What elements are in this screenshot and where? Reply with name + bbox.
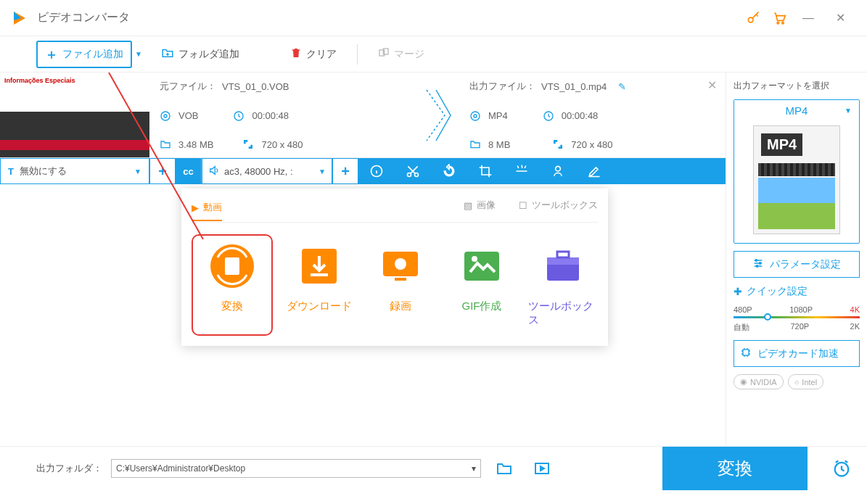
add-file-button[interactable]: ＋ ファイル追加 — [36, 41, 132, 68]
add-folder-button[interactable]: フォルダ追加 — [154, 43, 247, 65]
schedule-button[interactable] — [816, 447, 867, 490]
trash-icon — [290, 47, 302, 61]
output-format: MP4 — [488, 110, 508, 121]
resolution-slider[interactable]: 480P 1080P 4K 自動 720P 2K — [734, 305, 860, 333]
footer: 出力フォルダ： C:¥Users¥Administrator¥Desktop ▾… — [0, 446, 867, 489]
open-folder-button[interactable] — [490, 454, 519, 483]
plus-square-icon: ✚ — [734, 286, 742, 297]
gif-icon — [459, 243, 505, 289]
res-2k: 2K — [850, 322, 860, 333]
output-label: 出力ファイル： — [469, 80, 535, 93]
clear-label: クリア — [306, 48, 337, 61]
thumbnail[interactable]: Informações Especiais — [0, 73, 149, 157]
record-icon — [377, 243, 424, 289]
quick-label-text: クイック設定 — [747, 285, 808, 298]
download-icon — [296, 243, 342, 289]
tab-video-label: 動画 — [203, 201, 222, 214]
feature-toolbox[interactable]: ツールボックス — [528, 234, 598, 336]
cut-button[interactable] — [395, 158, 431, 184]
add-folder-label: フォルダ追加 — [178, 48, 239, 61]
speaker-icon — [208, 165, 220, 178]
res-480: 480P — [734, 305, 752, 314]
tab-image[interactable]: ▧画像 — [464, 199, 496, 216]
svg-point-8 — [471, 112, 480, 120]
text-icon: T — [8, 166, 14, 177]
output-path-input[interactable]: C:¥Users¥Administrator¥Desktop ▾ — [111, 459, 481, 478]
svg-point-5 — [161, 112, 170, 120]
nvidia-chip: ◉NVIDIA — [734, 374, 784, 389]
format-preview: MP4 — [753, 125, 840, 234]
merge-button[interactable]: マージ — [371, 44, 432, 65]
svg-point-28 — [759, 263, 761, 265]
output-path-value: C:¥Users¥Administrator¥Desktop — [116, 463, 245, 474]
format-selector[interactable]: MP4 ▼ MP4 — [734, 99, 860, 244]
format-section-label: 出力フォーマットを選択 — [734, 80, 860, 92]
chevron-down-icon: ▼ — [134, 168, 141, 175]
svg-rect-25 — [557, 252, 569, 257]
toolbar: ＋ ファイル追加 ▼ フォルダ追加 クリア マージ — [0, 36, 867, 73]
add-audio-button[interactable]: + — [332, 158, 358, 184]
folder-icon — [469, 139, 482, 150]
chip-icon — [740, 347, 752, 360]
cart-icon[interactable] — [766, 5, 792, 31]
video-icon: ▶ — [192, 202, 199, 213]
mp4-tag: MP4 — [761, 133, 802, 156]
gpu-chips: ◉NVIDIA ○Intel — [734, 374, 860, 389]
feature-toolbox-label: ツールボックス — [528, 299, 598, 327]
subtitle-select[interactable]: T 無効にする ▼ — [0, 158, 149, 184]
svg-point-6 — [164, 115, 167, 117]
sliders-icon — [752, 257, 764, 271]
nvidia-label: NVIDIA — [750, 378, 777, 387]
feature-download-label: ダウンロード — [287, 299, 352, 313]
cc-button[interactable]: cc — [176, 158, 202, 184]
merge-label: マージ — [394, 48, 424, 61]
add-subtitle-button[interactable]: + — [149, 158, 176, 184]
browse-media-button[interactable] — [527, 454, 556, 483]
output-folder-label: 出力フォルダ： — [36, 462, 102, 475]
chevron-down-icon: ▾ — [472, 463, 476, 474]
tab-video[interactable]: ▶動画 — [192, 201, 222, 221]
remove-item-icon[interactable]: ✕ — [707, 78, 717, 92]
clear-button[interactable]: クリア — [283, 44, 344, 65]
edit-button[interactable] — [576, 158, 612, 184]
intel-icon: ○ — [794, 378, 800, 387]
rotate-button[interactable] — [431, 158, 467, 184]
source-column: 元ファイル：VTS_01_0.VOB VOB 00:00:48 3.48 MB … — [149, 73, 416, 157]
feature-gif[interactable]: GIF作成 — [447, 234, 517, 336]
sidebar: 出力フォーマットを選択 MP4 ▼ MP4 パラメータ設定 ✚ クイック設定 4… — [726, 73, 867, 446]
convert-button[interactable]: 変換 — [662, 447, 808, 490]
svg-rect-30 — [743, 350, 749, 355]
svg-point-9 — [474, 115, 477, 117]
info-button[interactable] — [358, 158, 395, 184]
edit-filename-icon[interactable]: ✎ — [618, 81, 626, 92]
effects-button[interactable] — [504, 158, 540, 184]
svg-point-27 — [755, 260, 757, 262]
svg-point-19 — [395, 258, 406, 270]
key-icon[interactable] — [740, 5, 766, 31]
app-title: ビデオコンバータ — [37, 10, 740, 25]
output-column: 出力ファイル：VTS_01_0.mp4✎ MP4 00:00:48 8 MB 7… — [459, 73, 726, 157]
feature-download[interactable]: ダウンロード — [284, 234, 354, 336]
close-button[interactable]: ✕ — [824, 2, 856, 34]
svg-point-14 — [556, 166, 561, 171]
feature-gif-label: GIF作成 — [462, 299, 502, 313]
svg-rect-20 — [395, 278, 406, 281]
app-logo-icon — [11, 9, 28, 27]
output-duration: 00:00:48 — [562, 110, 599, 121]
intel-label: Intel — [802, 378, 817, 387]
subtitle-value: 無効にする — [20, 165, 67, 178]
gpu-accel-button[interactable]: ビデオカード加速 — [734, 340, 860, 367]
format-icon — [160, 110, 173, 122]
audio-select[interactable]: ac3, 48000 Hz, : ▼ — [202, 158, 332, 184]
feature-convert[interactable]: 変換 — [192, 234, 273, 336]
add-file-dropdown-icon[interactable]: ▼ — [135, 50, 142, 58]
parameter-settings-button[interactable]: パラメータ設定 — [734, 251, 860, 278]
feature-record[interactable]: 録画 — [366, 234, 435, 336]
crop-button[interactable] — [467, 158, 504, 184]
minimize-button[interactable]: — — [792, 2, 824, 34]
svg-point-29 — [756, 265, 758, 268]
eye-icon: ◉ — [740, 377, 747, 387]
dimensions-icon — [552, 139, 565, 150]
watermark-button[interactable] — [540, 158, 576, 184]
tab-toolbox[interactable]: ☐ツールボックス — [519, 199, 598, 216]
